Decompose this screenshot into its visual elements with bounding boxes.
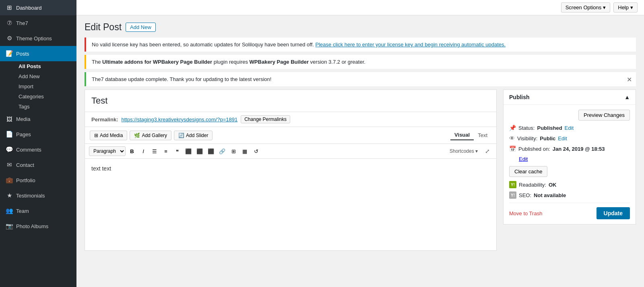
sidebar-item-pages[interactable]: 📄 Pages xyxy=(0,127,76,142)
editor-body[interactable]: text text xyxy=(85,159,496,207)
permalink-url[interactable]: https://staging3.kreativekrysdesigns.com… xyxy=(121,116,237,123)
publish-actions: Move to Trash Update xyxy=(509,203,630,219)
status-row: 📌 Status: Published Edit xyxy=(509,125,630,131)
post-title-input[interactable] xyxy=(85,90,496,112)
notice-text: The Ultimate addons for WPBakery Page Bu… xyxy=(92,59,365,65)
published-on-label: Published on: xyxy=(518,146,550,152)
add-new-button[interactable]: Add New xyxy=(126,23,156,32)
sidebar-item-label: Media xyxy=(16,116,30,122)
paragraph-select[interactable]: Paragraph xyxy=(89,146,126,156)
contact-icon: ✉ xyxy=(6,161,13,168)
publish-meta-box: Publish ▲ Preview Changes 📌 Status: Publ… xyxy=(503,89,636,225)
readability-row: Y! Readability: OK xyxy=(509,181,630,188)
sidebar-item-contact[interactable]: ✉ Contact xyxy=(0,157,76,173)
unordered-list-button[interactable]: ☰ xyxy=(150,146,159,156)
sidebar-item-label: Posts xyxy=(16,51,29,57)
sidebar-sub-item-all-posts[interactable]: All Posts xyxy=(14,61,76,71)
sidebar-item-photo-albums[interactable]: 📷 Photo Albums xyxy=(0,218,76,234)
bold-button[interactable]: B xyxy=(127,146,137,156)
tab-visual[interactable]: Visual xyxy=(450,130,474,140)
page-title-row: Edit Post Add New xyxy=(85,22,636,33)
sidebar-item-label: Pages xyxy=(16,131,31,137)
posts-icon: 📝 xyxy=(6,50,13,57)
visibility-edit-link[interactable]: Edit xyxy=(558,135,567,141)
sidebar-item-comments[interactable]: 💬 Comments xyxy=(0,142,76,157)
editor-panel: Permalink: https://staging3.kreativekrys… xyxy=(85,89,497,251)
visual-text-tabs: Visual Text xyxy=(450,130,491,140)
db-notice: The7 database update complete. Thank you… xyxy=(85,72,636,86)
sidebar-item-posts[interactable]: 📝 Posts xyxy=(0,46,76,61)
sidebar-item-portfolio[interactable]: 💼 Portfolio xyxy=(0,173,76,188)
shortcodes-button[interactable]: Shortcodes ▾ xyxy=(446,148,481,155)
pages-icon: 📄 xyxy=(6,131,13,138)
license-notice: No valid license key has been entered, s… xyxy=(85,37,636,52)
main-content: Screen Options ▾ Help ▾ Edit Post Add Ne… xyxy=(76,0,644,287)
sidebar-item-label: The7 xyxy=(16,20,28,26)
special-chars-button[interactable]: ▦ xyxy=(240,146,250,156)
move-to-trash-link[interactable]: Move to Trash xyxy=(509,210,542,216)
publish-title: Publish xyxy=(509,94,530,100)
sidebar-item-media[interactable]: 🖼 Media xyxy=(0,112,76,127)
status-icon: 📌 xyxy=(509,125,516,131)
ordered-list-button[interactable]: ≡ xyxy=(161,146,171,156)
align-center-button[interactable]: ⬛ xyxy=(195,146,204,156)
italic-button[interactable]: I xyxy=(138,146,148,156)
the7-icon: ⑦ xyxy=(6,19,13,27)
tab-text[interactable]: Text xyxy=(474,130,491,140)
collapse-icon: ▲ xyxy=(624,94,630,100)
publish-sidebar: Publish ▲ Preview Changes 📌 Status: Publ… xyxy=(503,89,636,231)
sidebar-item-the7[interactable]: ⑦ The7 xyxy=(0,15,76,31)
seo-label: SEO: xyxy=(519,192,531,198)
status-edit-link[interactable]: Edit xyxy=(565,125,574,131)
preview-changes-button[interactable]: Preview Changes xyxy=(578,110,630,121)
add-gallery-button[interactable]: 🌿 Add Gallery xyxy=(130,131,171,140)
link-button[interactable]: 🔗 xyxy=(217,146,227,156)
blockquote-button[interactable]: ❝ xyxy=(172,146,182,156)
add-media-icon: ⊞ xyxy=(94,133,98,138)
license-notice-link[interactable]: Please click here to enter your license … xyxy=(316,42,506,48)
published-on-edit-link[interactable]: Edit xyxy=(519,156,528,162)
undo-redo-button[interactable]: ↺ xyxy=(251,146,261,156)
visibility-row: 👁 Visibility: Public Edit xyxy=(509,135,630,141)
screen-options-label: Screen Options xyxy=(566,4,602,10)
sidebar-sub-item-categories[interactable]: Categories xyxy=(14,92,76,102)
posts-submenu: All Posts Add New Import Categories Tags xyxy=(0,61,76,112)
chevron-down-icon: ▾ xyxy=(475,148,478,154)
status-label: Status: xyxy=(518,125,535,131)
team-icon: 👥 xyxy=(6,207,13,214)
help-button[interactable]: Help ▾ xyxy=(613,2,638,12)
topbar: Screen Options ▾ Help ▾ xyxy=(76,0,644,15)
table-button[interactable]: ⊞ xyxy=(229,146,238,156)
editor-media-bar: ⊞ Add Media 🌿 Add Gallery 🔄 Add Slider V… xyxy=(85,127,496,144)
gear-icon: ⚙ xyxy=(6,35,13,42)
dismiss-button[interactable]: ✕ xyxy=(627,75,632,83)
sidebar-sub-item-import[interactable]: Import xyxy=(14,81,76,92)
add-slider-button[interactable]: 🔄 Add Slider xyxy=(174,131,213,140)
align-right-button[interactable]: ⬛ xyxy=(206,146,216,156)
add-gallery-label: Add Gallery xyxy=(142,133,167,138)
align-left-button[interactable]: ⬛ xyxy=(184,146,193,156)
change-permalinks-button[interactable]: Change Permalinks xyxy=(241,115,290,123)
media-icon: 🖼 xyxy=(6,116,13,123)
notice-text: The7 database update complete. Thank you… xyxy=(92,76,271,82)
add-media-button[interactable]: ⊞ Add Media xyxy=(90,131,127,140)
publish-meta-box-header[interactable]: Publish ▲ xyxy=(504,90,636,105)
permalink-label: Permalink: xyxy=(91,116,118,123)
sidebar-item-testimonials[interactable]: ★ Testimonials xyxy=(0,188,76,203)
sidebar-item-team[interactable]: 👥 Team xyxy=(0,203,76,218)
add-media-label: Add Media xyxy=(100,133,123,138)
clear-cache-button[interactable]: Clear cache xyxy=(509,166,547,177)
update-button[interactable]: Update xyxy=(597,207,630,219)
readability-label: Readability: xyxy=(519,182,546,188)
expand-editor-button[interactable]: ⤢ xyxy=(483,147,492,155)
sidebar-sub-item-add-new[interactable]: Add New xyxy=(14,71,76,81)
sidebar-item-label: Testimonials xyxy=(16,193,45,199)
visibility-icon: 👁 xyxy=(509,135,515,141)
sidebar-item-dashboard[interactable]: ⊞ Dashboard xyxy=(0,0,76,15)
screen-options-button[interactable]: Screen Options ▾ xyxy=(561,2,611,12)
editor-layout: Permalink: https://staging3.kreativekrys… xyxy=(85,89,636,251)
sidebar-sub-item-tags[interactable]: Tags xyxy=(14,102,76,112)
testimonials-icon: ★ xyxy=(6,192,13,199)
sidebar-item-theme-options[interactable]: ⚙ Theme Options xyxy=(0,31,76,46)
readability-value: OK xyxy=(549,182,557,188)
